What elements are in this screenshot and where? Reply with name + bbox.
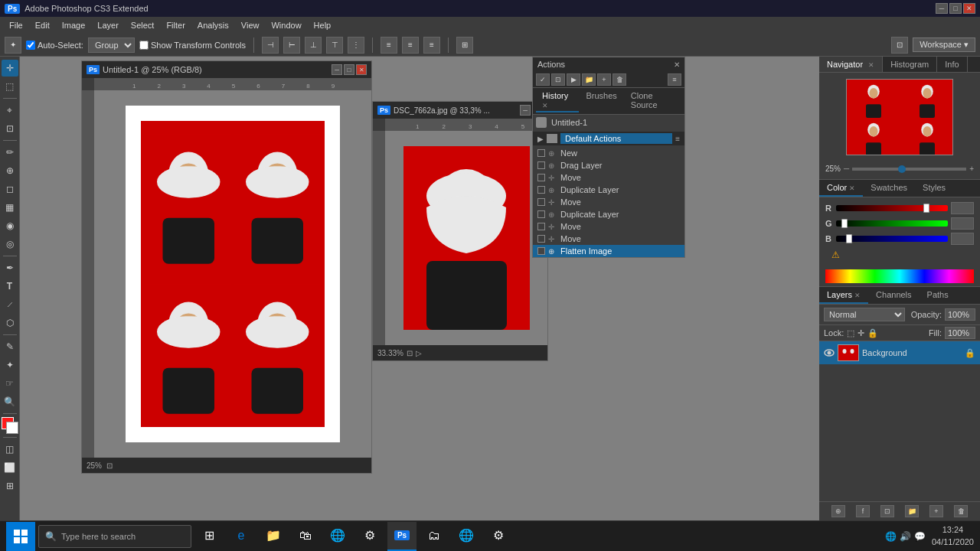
- extras-tool[interactable]: ⊞: [2, 478, 18, 494]
- quick-mask-tool[interactable]: ◫: [2, 441, 18, 458]
- action-check-dup2[interactable]: [537, 210, 545, 218]
- sound-icon[interactable]: 🔊: [900, 531, 911, 542]
- secondary-canvas[interactable]: [385, 131, 547, 345]
- align-btn-4[interactable]: ⊤: [326, 37, 343, 54]
- align-btn-2[interactable]: ⊢: [283, 37, 300, 54]
- action-item-move4[interactable]: ✛ Move: [533, 233, 684, 245]
- notes-tool[interactable]: ✎: [2, 338, 18, 355]
- actions-close-icon[interactable]: ✕: [674, 60, 680, 69]
- blend-mode-select[interactable]: Normal Multiply Screen: [824, 308, 905, 321]
- maximize-button[interactable]: □: [949, 3, 962, 14]
- align-btn-1[interactable]: ⊣: [262, 37, 279, 54]
- network-icon[interactable]: 🌐: [885, 531, 897, 542]
- zoom-minus-icon[interactable]: ─: [844, 165, 849, 173]
- b-slider-track[interactable]: [836, 236, 948, 242]
- lock-all-icon[interactable]: 🔒: [867, 328, 878, 338]
- actions-new-set-btn[interactable]: 📁: [582, 73, 596, 86]
- actions-play-btn[interactable]: ▶: [567, 73, 580, 86]
- menu-window[interactable]: Window: [265, 19, 307, 31]
- show-transform-label[interactable]: Show Transform Controls: [139, 41, 246, 50]
- tab-navigator[interactable]: Navigator ✕: [819, 57, 883, 72]
- menu-file[interactable]: File: [3, 19, 29, 31]
- menu-help[interactable]: Help: [308, 19, 338, 31]
- action-item-flatten[interactable]: ⊕ Flatten Image: [533, 245, 684, 257]
- zoom-tool[interactable]: 🔍: [2, 393, 18, 410]
- move-tool-btn[interactable]: ✦: [5, 37, 21, 54]
- distribute-btn-2[interactable]: ≡: [402, 37, 419, 54]
- tab-info[interactable]: Info: [937, 57, 967, 72]
- close-button[interactable]: ✕: [963, 3, 975, 14]
- actions-delete-btn[interactable]: 🗑: [612, 73, 626, 86]
- foreground-background-colors[interactable]: [2, 417, 18, 434]
- group-select[interactable]: Group Layer: [88, 37, 135, 53]
- menu-image[interactable]: Image: [56, 19, 92, 31]
- menu-select[interactable]: Select: [125, 19, 161, 31]
- r-slider-track[interactable]: [836, 205, 948, 211]
- doc-maximize[interactable]: □: [344, 64, 354, 75]
- marquee-tool[interactable]: ⬚: [2, 78, 18, 95]
- lock-move-icon[interactable]: ✛: [858, 328, 864, 338]
- actions-menu-btn[interactable]: ≡: [668, 73, 681, 86]
- taskbar-browser[interactable]: 🌐: [452, 522, 481, 551]
- tab-swatches[interactable]: Swatches: [863, 180, 915, 197]
- action-check-new[interactable]: [537, 149, 545, 157]
- r-value[interactable]: 203: [951, 202, 974, 214]
- shape-tool[interactable]: ⬡: [2, 315, 18, 331]
- b-value[interactable]: 28: [951, 233, 974, 245]
- distribute-btn-1[interactable]: ≡: [381, 37, 397, 54]
- tab-channels[interactable]: Channels: [868, 287, 919, 304]
- new-layer-btn[interactable]: +: [929, 505, 943, 517]
- taskbar-app6[interactable]: ⚙: [355, 522, 384, 551]
- action-item-dup1[interactable]: ⊕ Duplicate Layer: [533, 184, 684, 196]
- workspace-icon[interactable]: ⊡: [891, 37, 908, 54]
- fill-input[interactable]: [945, 327, 975, 339]
- menu-layer[interactable]: Layer: [91, 19, 125, 31]
- align-btn-5[interactable]: ⋮: [348, 37, 364, 54]
- menu-view[interactable]: View: [235, 19, 266, 31]
- path-tool[interactable]: ⟋: [2, 296, 18, 313]
- action-item-move2[interactable]: ✛ Move: [533, 196, 684, 208]
- pen-tool[interactable]: ✒: [2, 259, 18, 276]
- eraser-tool[interactable]: ◻: [2, 181, 18, 197]
- actions-record-btn[interactable]: ⊡: [551, 73, 565, 86]
- main-canvas[interactable]: [94, 90, 371, 458]
- actions-set-row[interactable]: ▶ Default Actions ≡: [533, 132, 684, 145]
- taskbar-search-box[interactable]: 🔍 Type here to search: [38, 525, 191, 548]
- dodge-tool[interactable]: ◎: [2, 236, 18, 253]
- taskbar-chrome[interactable]: 🌐: [323, 522, 352, 551]
- tab-histogram[interactable]: Histogram: [883, 57, 937, 72]
- action-item-new[interactable]: ⊕ New: [533, 147, 684, 159]
- action-check-move1[interactable]: [537, 174, 545, 181]
- delete-layer-btn[interactable]: 🗑: [954, 505, 968, 517]
- blur-tool[interactable]: ◉: [2, 217, 18, 234]
- crop-tool[interactable]: ⊡: [2, 120, 18, 137]
- doc-window-controls[interactable]: ─ □ ✕: [332, 64, 367, 75]
- opacity-input[interactable]: [945, 308, 975, 321]
- tab-layers[interactable]: Layers ✕: [819, 287, 868, 304]
- taskbar-file-explorer[interactable]: 📁: [259, 522, 288, 551]
- doc-close[interactable]: ✕: [356, 64, 367, 75]
- start-button[interactable]: [6, 522, 35, 551]
- minimize-button[interactable]: ─: [936, 3, 948, 14]
- auto-select-label[interactable]: Auto-Select:: [26, 41, 83, 50]
- lasso-tool[interactable]: ⌖: [2, 102, 18, 119]
- action-check-flatten[interactable]: [537, 247, 545, 255]
- action-check-move2[interactable]: [537, 198, 545, 206]
- show-transform-checkbox[interactable]: [139, 41, 149, 50]
- taskbar-photoshop[interactable]: Ps: [387, 522, 416, 551]
- window-controls[interactable]: ─ □ ✕: [936, 3, 975, 14]
- g-value[interactable]: 17: [951, 217, 974, 230]
- tab-styles[interactable]: Styles: [915, 180, 953, 197]
- clone-tool[interactable]: ⊕: [2, 162, 18, 179]
- layer-visibility-toggle[interactable]: [824, 347, 835, 358]
- new-group-btn[interactable]: 📁: [905, 505, 919, 517]
- tab-brushes[interactable]: Brushes: [580, 90, 623, 112]
- actions-toggle-btn[interactable]: ✓: [536, 73, 550, 86]
- background-color[interactable]: [6, 422, 18, 434]
- taskbar-app9[interactable]: ⚙: [484, 522, 513, 551]
- brush-tool[interactable]: ✏: [2, 144, 18, 161]
- add-mask-btn[interactable]: ⊡: [880, 505, 894, 517]
- actions-controls[interactable]: ✕: [674, 60, 680, 69]
- eyedropper-tool[interactable]: ✦: [2, 357, 18, 373]
- gradient-tool[interactable]: ▦: [2, 199, 18, 216]
